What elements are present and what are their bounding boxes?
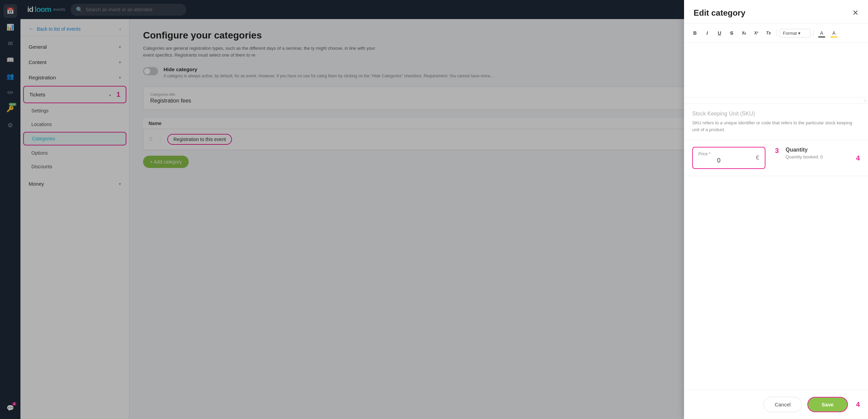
- sku-description: SKU refers to a unique identifier or cod…: [692, 120, 860, 133]
- price-field[interactable]: Price * €: [692, 147, 765, 169]
- panel-footer: Cancel Save 4: [684, 390, 868, 419]
- strikethrough-button[interactable]: S: [726, 28, 737, 38]
- close-panel-button[interactable]: ✕: [852, 9, 858, 17]
- edit-panel: Edit category ✕ B I U S X₂ X² Tx Format …: [684, 0, 868, 419]
- price-input[interactable]: [698, 157, 726, 164]
- step-number-4: 4: [856, 401, 860, 408]
- font-color-underline: [818, 36, 825, 37]
- bg-color-label: A: [832, 30, 835, 36]
- sku-section: Stock Keeping Unit (SKU) SKU refers to a…: [684, 104, 868, 140]
- sku-title: Stock Keeping Unit (SKU): [692, 111, 860, 117]
- editor-resize-handle[interactable]: ⤡: [684, 97, 868, 104]
- price-label: Price *: [698, 152, 753, 156]
- chevron-down-icon: ▾: [798, 31, 801, 36]
- save-button[interactable]: Save: [807, 397, 848, 412]
- toolbar-separator-2: [813, 30, 813, 36]
- currency-symbol: €: [756, 154, 759, 161]
- font-color-label: A: [820, 30, 823, 36]
- quantity-booked: Quantity booked: 0: [786, 154, 847, 159]
- price-input-wrap: Price *: [698, 152, 753, 164]
- bg-color-underline: [831, 36, 837, 37]
- resize-icon: ⤡: [863, 98, 867, 103]
- bold-button[interactable]: B: [689, 28, 700, 38]
- price-quantity-section: Price * € 3 Quantity Quantity booked: 0 …: [684, 140, 868, 176]
- panel-title: Edit category: [694, 8, 745, 18]
- subscript-button[interactable]: X₂: [739, 28, 749, 38]
- cancel-button[interactable]: Cancel: [763, 397, 802, 412]
- format-label: Format: [783, 31, 797, 36]
- step-number-3: 3: [775, 147, 779, 169]
- rich-text-editor[interactable]: [684, 43, 868, 97]
- font-color-button[interactable]: A: [816, 28, 827, 38]
- superscript-button[interactable]: X²: [751, 28, 762, 38]
- edit-panel-overlay: Edit category ✕ B I U S X₂ X² Tx Format …: [0, 0, 868, 419]
- quantity-field: Quantity Quantity booked: 0: [786, 147, 847, 169]
- bg-color-button[interactable]: A: [828, 28, 839, 38]
- panel-header: Edit category ✕: [684, 0, 868, 24]
- toolbar-separator: [777, 30, 777, 36]
- underline-button[interactable]: U: [714, 28, 725, 38]
- italic-button[interactable]: I: [702, 28, 713, 38]
- step-number-4-qty: 4: [856, 154, 860, 162]
- clear-format-button[interactable]: Tx: [763, 28, 774, 38]
- format-select[interactable]: Format ▾: [780, 29, 810, 37]
- quantity-label: Quantity: [786, 147, 847, 153]
- save-label: Save: [822, 402, 834, 407]
- editor-toolbar: B I U S X₂ X² Tx Format ▾ A A: [684, 24, 868, 43]
